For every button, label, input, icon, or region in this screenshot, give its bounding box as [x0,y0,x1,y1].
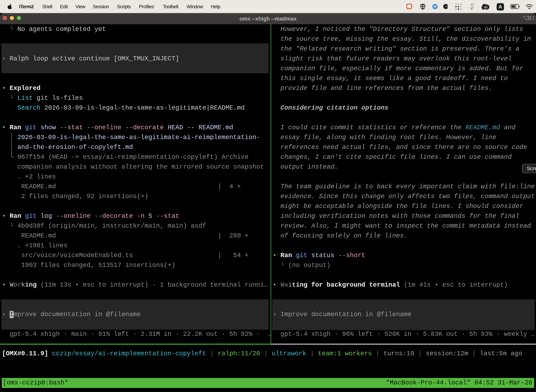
svg-text:A: A [498,4,502,9]
svg-text:..61: ..61 [483,6,488,9]
